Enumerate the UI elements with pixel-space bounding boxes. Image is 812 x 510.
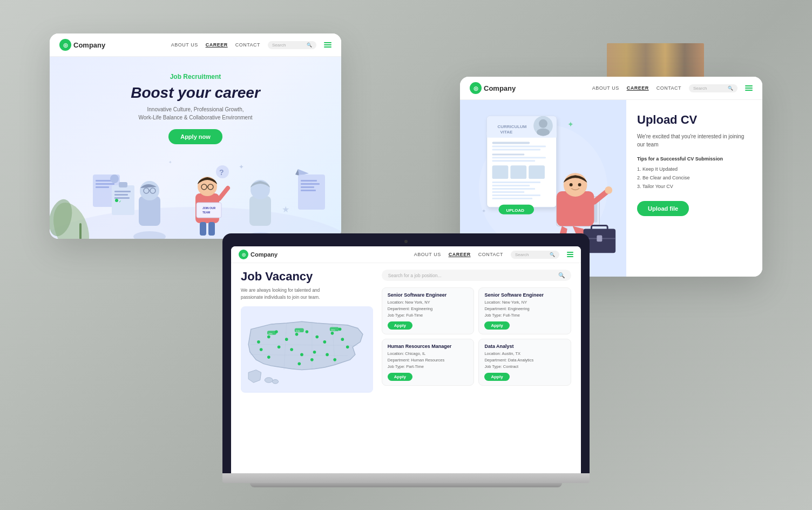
card2-nav-links: ABOUT US CAREER CONTACT Search 🔍: [592, 84, 753, 92]
svg-rect-94: [597, 235, 602, 241]
job-dept-2: Department: Engineering: [484, 306, 565, 312]
svg-rect-10: [139, 196, 160, 226]
tip-1: 1. Keep It Updated: [637, 165, 752, 173]
nav2-career[interactable]: CAREER: [627, 85, 649, 91]
hero-subtitle: Innovative Culture, Professional Growth,…: [50, 105, 341, 122]
svg-point-123: [310, 358, 314, 361]
job-apply-btn-2[interactable]: Apply: [484, 321, 509, 330]
job-card-1: Senior Software Engineer Location: New Y…: [382, 287, 475, 334]
nav-search-box[interactable]: Search 🔍: [268, 41, 316, 49]
card2-logo: ◎ Company: [470, 82, 516, 94]
svg-rect-60: [492, 146, 546, 147]
upload-title: Upload CV: [637, 113, 752, 127]
svg-point-119: [267, 355, 270, 359]
svg-point-90: [605, 186, 612, 194]
svg-text:✦: ✦: [168, 160, 172, 165]
search-icon: 🔍: [307, 43, 312, 48]
job-apply-btn-3[interactable]: Apply: [388, 373, 412, 381]
svg-rect-45: [114, 197, 130, 199]
svg-text:JOIN OUR: JOIN OUR: [202, 206, 216, 210]
svg-point-88: [578, 183, 581, 186]
nav-about-link[interactable]: ABOUT US: [171, 42, 198, 48]
svg-point-87: [570, 183, 573, 186]
svg-text:Jobs: Jobs: [331, 329, 335, 331]
svg-rect-27: [249, 196, 271, 226]
scene-container: ◎ Company ABOUT US CAREER CONTACT Search…: [33, 23, 779, 487]
job-type-2: Job Type: Full-Time: [484, 312, 565, 319]
job-apply-btn-4[interactable]: Apply: [484, 373, 509, 381]
svg-point-118: [333, 358, 336, 361]
laptop-foot: [250, 483, 562, 487]
laptop-right-panel: Search for a job position... 🔍 Senior So…: [382, 270, 571, 463]
laptop-nav-links: ABOUT US CAREER CONTACT Search 🔍: [414, 251, 573, 259]
job-type-4: Job Type: Contract: [484, 364, 565, 370]
job-title-1: Senior Software Engineer: [388, 292, 469, 298]
card1-logo: ◎ Company: [59, 39, 105, 51]
laptop-logo: ◎ Company: [239, 250, 278, 259]
laptop-bezel: ◎ Company ABOUT US CAREER CONTACT Search…: [222, 233, 590, 473]
laptop-wrapper: ◎ Company ABOUT US CAREER CONTACT Search…: [222, 233, 590, 487]
svg-rect-68: [492, 182, 540, 183]
logo-text: Company: [73, 41, 105, 49]
svg-rect-20: [197, 203, 221, 218]
svg-rect-3: [79, 223, 82, 239]
hero-title-normal: Boost your: [131, 84, 211, 101]
svg-rect-25: [208, 222, 215, 236]
job-search-bar[interactable]: Search for a job position... 🔍: [382, 270, 571, 281]
job-dept-1: Department: Engineering: [388, 306, 469, 312]
tips-title: Tips for a Successful CV Submission: [637, 156, 752, 162]
svg-point-117: [326, 353, 329, 356]
svg-point-121: [257, 340, 260, 344]
svg-rect-24: [200, 222, 206, 236]
svg-point-103: [267, 335, 270, 339]
nav-career-link[interactable]: CAREER: [206, 42, 228, 48]
job-dept-3: Department: Human Resources: [388, 357, 469, 364]
svg-text:UPLOAD: UPLOAD: [506, 208, 524, 213]
nav2-search[interactable]: Search 🔍: [689, 84, 737, 92]
svg-point-112: [346, 345, 349, 348]
tip-3: 3. Tailor Your CV: [637, 182, 752, 191]
job-desc-line1: We are always looking for talented and: [241, 287, 320, 293]
hero-apply-btn[interactable]: Apply now: [168, 129, 222, 144]
job-location-1: Location: New York, NY: [388, 299, 469, 306]
laptop-camera: [404, 240, 408, 243]
svg-point-58: [537, 129, 550, 136]
nav2-about[interactable]: ABOUT US: [592, 85, 619, 91]
hamburger-2[interactable]: [745, 85, 753, 91]
nav2-contact[interactable]: CONTACT: [657, 85, 681, 91]
logo-icon: ◎: [59, 39, 71, 51]
hamburger-menu[interactable]: [324, 42, 331, 48]
laptop-hamburger[interactable]: [567, 252, 573, 257]
svg-text:✓: ✓: [119, 200, 121, 203]
upload-text-area: Upload CV We're excited that you're inte…: [626, 100, 762, 277]
svg-point-8: [110, 175, 119, 183]
upload-file-btn[interactable]: Upload file: [637, 201, 689, 216]
svg-rect-69: [492, 185, 530, 186]
svg-rect-36: [298, 175, 325, 210]
svg-point-124: [297, 362, 301, 365]
search-placeholder-2: Search: [693, 86, 707, 91]
us-map: Jobs Jobs Jobs: [241, 306, 373, 393]
laptop-screen: ◎ Company ABOUT US CAREER CONTACT Search…: [231, 246, 581, 473]
laptop-nav-about[interactable]: ABOUT US: [414, 252, 441, 257]
svg-point-120: [260, 348, 263, 351]
svg-rect-70: [492, 188, 535, 190]
job-location-2: Location: New York, NY: [484, 299, 565, 306]
svg-text:★: ★: [282, 205, 289, 214]
svg-rect-43: [114, 191, 131, 192]
job-apply-btn-1[interactable]: Apply: [388, 321, 412, 330]
svg-rect-63: [492, 157, 546, 158]
jobs-grid: Senior Software Engineer Location: New Y…: [382, 287, 571, 386]
svg-point-114: [290, 348, 293, 351]
svg-rect-72: [492, 194, 540, 196]
svg-rect-6: [96, 183, 114, 185]
svg-rect-66: [510, 165, 526, 179]
laptop-nav-contact[interactable]: CONTACT: [478, 252, 503, 257]
svg-rect-44: [114, 194, 128, 196]
svg-point-110: [331, 332, 334, 335]
svg-rect-5: [96, 180, 112, 182]
nav-contact-link[interactable]: CONTACT: [235, 42, 260, 48]
laptop-nav-career[interactable]: CAREER: [449, 252, 471, 257]
hero-subtitle-line2: Work-Life Balance & Collaborative Enviro…: [138, 115, 252, 120]
laptop-nav-search[interactable]: Search 🔍: [511, 251, 559, 259]
